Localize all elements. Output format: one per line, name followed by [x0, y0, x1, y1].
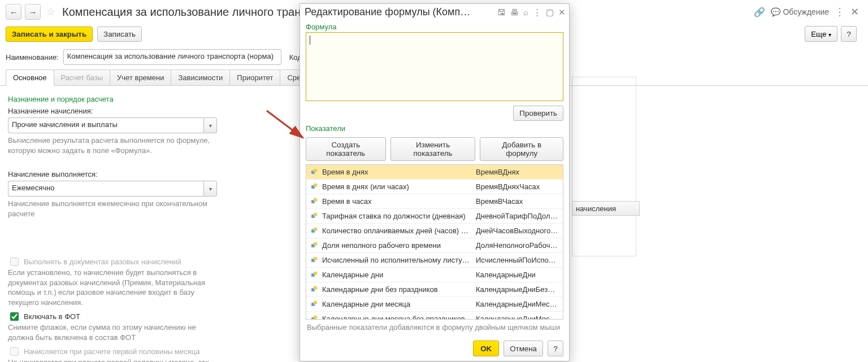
indicator-name: Тарифная ставка по должности (дневная): [322, 212, 476, 220]
check-button[interactable]: Проверить: [513, 106, 563, 121]
table-row[interactable]: Календарные дни без праздниковКалендарны…: [306, 282, 563, 297]
indicator-name: Время в днях: [322, 168, 476, 176]
table-row[interactable]: Время в дняхВремяВДнях: [306, 165, 563, 180]
create-indicator-button[interactable]: Создать показатель: [306, 137, 386, 161]
indicator-code: КалендарныеДниМесяца: [476, 300, 563, 308]
tab-deps[interactable]: Зависимости: [171, 69, 230, 85]
indicator-icon: [306, 228, 322, 234]
more-label: Еще: [811, 30, 826, 38]
link-icon[interactable]: 🔗: [754, 7, 765, 18]
chat-icon: 💬: [771, 7, 780, 16]
chk1-help: Если установлено, то начисление будет вы…: [8, 268, 217, 307]
indicator-code: ВремяВЧасах: [476, 197, 563, 206]
formula-dialog: Редактирование формулы (Компенса… 🖫 🖶 ⌕ …: [300, 3, 570, 361]
indicator-code: ДнейЧасовВыходногоПо: [476, 226, 563, 235]
indicator-name: Время в часах: [322, 197, 476, 206]
indicator-icon: [306, 242, 322, 248]
name-field[interactable]: Компенсация за использование личного тра…: [63, 49, 281, 65]
indicator-icon: [306, 286, 322, 293]
chk-single-docs: [10, 258, 19, 266]
assign-dropdown-button[interactable]: ▾: [203, 117, 217, 133]
save-close-button[interactable]: Записать и закрыть: [6, 27, 93, 42]
dialog-title: Редактирование формулы (Компенса…: [305, 6, 474, 18]
more-button[interactable]: Еще ▾: [805, 26, 837, 42]
ok-button[interactable]: OK: [473, 341, 499, 356]
indicator-code: КалендарныеДни: [476, 271, 563, 279]
indicator-name: Количество оплачиваемых дней (часов) вых…: [322, 226, 476, 235]
tab-time[interactable]: Учет времени: [110, 69, 171, 85]
chk3-help: Не начисляется при расчете первой полови…: [8, 357, 217, 362]
back-button[interactable]: ←: [6, 4, 21, 20]
indicator-name: Доля неполного рабочего времени: [322, 241, 476, 250]
indicator-name: Исчисленный по исполнительному листу НДФ…: [322, 256, 476, 264]
indicator-code: ДневнойТарифПоДолжно: [476, 212, 563, 220]
edit-indicator-button[interactable]: Изменить показатель: [390, 137, 476, 161]
indicator-icon: [306, 316, 322, 320]
chk-first-half: [10, 347, 19, 356]
table-row[interactable]: Доля неполного рабочего времениДоляНепол…: [306, 238, 563, 253]
indicator-name: Календарные дни: [322, 271, 476, 279]
chk-single-docs-label: Выполнять в документах разовых начислени…: [24, 258, 181, 266]
indicator-icon: [306, 213, 322, 219]
indicator-code: КалендарныеДниМесяца: [476, 315, 563, 320]
dialog-close-icon[interactable]: ✕: [558, 7, 566, 18]
page-title: Компенсация за использование личного тра…: [62, 6, 336, 19]
indicator-code: ВремяВДняхЧасах: [476, 182, 563, 191]
tab-base[interactable]: Расчет базы: [54, 69, 111, 85]
exec-dropdown-button[interactable]: ▾: [203, 181, 217, 197]
tab-priority[interactable]: Приоритет: [229, 69, 280, 85]
indicator-icon: [306, 257, 322, 263]
discuss-label: Обсуждение: [783, 7, 829, 16]
chevron-down-icon: ▾: [828, 32, 831, 38]
favorite-icon[interactable]: ☆: [46, 6, 55, 18]
chk-fot-label: Включать в ФОТ: [24, 312, 80, 321]
exec-field[interactable]: Ежемесячно: [8, 181, 203, 197]
kebab-icon[interactable]: ⋮: [533, 7, 541, 18]
table-row[interactable]: Календарные дни месяцаКалендарныеДниМеся…: [306, 297, 563, 312]
footer-note: Выбранные показатели добавляются в форму…: [306, 320, 563, 336]
close-icon[interactable]: ✕: [850, 6, 859, 18]
indicator-icon: [306, 301, 322, 307]
maximize-icon[interactable]: ▢: [546, 7, 554, 18]
side-panel: [572, 77, 636, 256]
indicators-label: Показатели: [306, 124, 563, 133]
discuss-button[interactable]: 💬 Обсуждение: [771, 7, 829, 16]
chk-first-half-label: Начисляется при расчете первой половины …: [24, 347, 199, 356]
assign-help: Вычисление результата расчета выполняетс…: [8, 136, 217, 155]
chk-fot[interactable]: [10, 312, 19, 321]
dialog-help-button[interactable]: ?: [548, 341, 563, 356]
indicator-code: ИсчисленныйПоИсполни: [476, 256, 563, 264]
chk2-help: Снимите флажок, если сумма по этому начи…: [8, 322, 217, 342]
table-row[interactable]: Исчисленный по исполнительному листу НДФ…: [306, 253, 563, 268]
assign-field[interactable]: Прочие начисления и выплаты: [8, 117, 203, 133]
print-icon[interactable]: 🖶: [510, 7, 519, 18]
indicator-icon: [306, 169, 322, 175]
cancel-button[interactable]: Отмена: [504, 341, 543, 356]
preview-icon[interactable]: ⌕: [523, 7, 528, 18]
indicator-name: Время в днях (или часах): [322, 182, 476, 191]
table-row[interactable]: Календарные дни месяца без праздниковКал…: [306, 312, 563, 320]
indicator-code: ВремяВДнях: [476, 168, 563, 176]
kebab-menu[interactable]: ⋮: [835, 6, 845, 18]
indicator-icon: [306, 184, 322, 190]
indicators-table[interactable]: Время в дняхВремяВДняхВремя в днях (или …: [306, 164, 563, 320]
save-icon[interactable]: 🖫: [497, 7, 506, 18]
save-button[interactable]: Записать: [97, 27, 142, 42]
indicator-name: Календарные дни без праздников: [322, 285, 476, 294]
add-to-formula-button[interactable]: Добавить в формулу: [480, 137, 563, 161]
table-row[interactable]: Количество оплачиваемых дней (часов) вых…: [306, 224, 563, 238]
exec-help: Начисление выполняется ежемесячно при ок…: [8, 199, 217, 219]
help-button[interactable]: ?: [841, 26, 857, 42]
forward-button[interactable]: →: [25, 4, 41, 20]
indicator-icon: [306, 272, 322, 278]
table-row[interactable]: Время в часахВремяВЧасах: [306, 194, 563, 209]
indicator-icon: [306, 198, 322, 204]
formula-input[interactable]: [306, 32, 563, 101]
formula-label: Формула: [306, 23, 563, 31]
table-row[interactable]: Календарные дниКалендарныеДни: [306, 268, 563, 282]
table-row[interactable]: Время в днях (или часах)ВремяВДняхЧасах: [306, 180, 563, 194]
side-panel-header: начисления: [572, 201, 640, 216]
indicator-code: ДоляНеполногоРабочего: [476, 241, 563, 250]
tab-main[interactable]: Основное: [6, 69, 54, 86]
table-row[interactable]: Тарифная ставка по должности (дневная)Дн…: [306, 209, 563, 224]
